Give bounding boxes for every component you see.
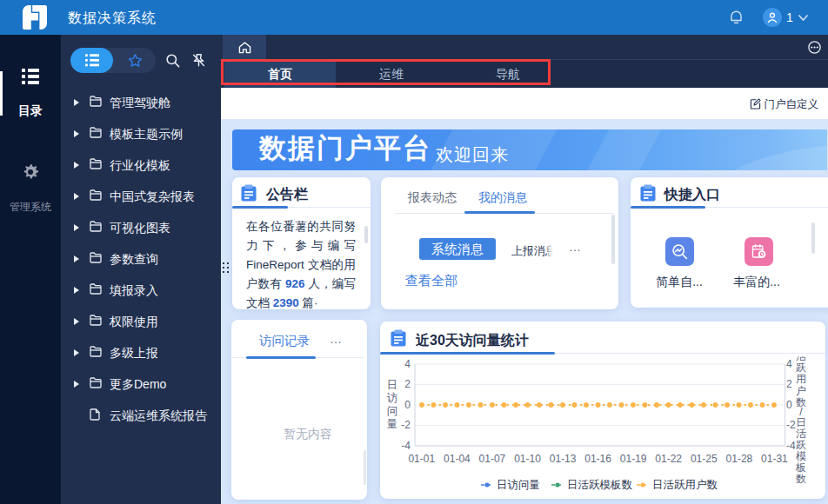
svg-text:户: 户 (796, 385, 806, 397)
svg-text:日: 日 (387, 379, 398, 391)
svg-text:量: 量 (387, 418, 398, 430)
svg-text:01-07: 01-07 (479, 453, 506, 465)
svg-text:01-28: 01-28 (726, 453, 753, 465)
svg-text:-4: -4 (786, 440, 796, 452)
svg-text:01-13: 01-13 (550, 453, 577, 465)
svg-text:-4: -4 (401, 440, 411, 452)
svg-text:日访问量: 日访问量 (497, 479, 540, 491)
svg-text:跃: 跃 (796, 361, 806, 374)
svg-text:-2: -2 (786, 419, 796, 431)
svg-text:0: 0 (404, 399, 411, 411)
svg-text:2: 2 (786, 378, 792, 390)
svg-text:跃: 跃 (796, 439, 806, 451)
svg-text:活: 活 (796, 428, 806, 440)
svg-text:01-01: 01-01 (408, 453, 435, 465)
svg-text:模: 模 (796, 450, 806, 462)
svg-text:日活跃模板数: 日活跃模板数 (567, 479, 633, 491)
svg-text:用: 用 (796, 373, 806, 385)
svg-text:日: 日 (796, 416, 806, 428)
svg-text:0: 0 (786, 399, 792, 411)
svg-text:板: 板 (795, 461, 806, 474)
svg-text:01-16: 01-16 (584, 453, 611, 465)
svg-text:4: 4 (404, 358, 411, 370)
svg-text:01-31: 01-31 (761, 453, 788, 465)
svg-text:-2: -2 (401, 419, 411, 431)
svg-text:01-10: 01-10 (514, 453, 541, 465)
svg-text:2: 2 (404, 378, 411, 390)
svg-text:01-19: 01-19 (620, 453, 647, 465)
svg-text:01-25: 01-25 (691, 453, 718, 465)
svg-text:访: 访 (387, 392, 398, 404)
svg-text:数: 数 (796, 473, 806, 485)
svg-text:问: 问 (387, 405, 398, 417)
svg-text:4: 4 (786, 358, 792, 370)
svg-text:01-04: 01-04 (444, 453, 471, 465)
svg-text:01-22: 01-22 (655, 453, 682, 465)
svg-text:日活跃用户数: 日活跃用户数 (652, 479, 718, 491)
